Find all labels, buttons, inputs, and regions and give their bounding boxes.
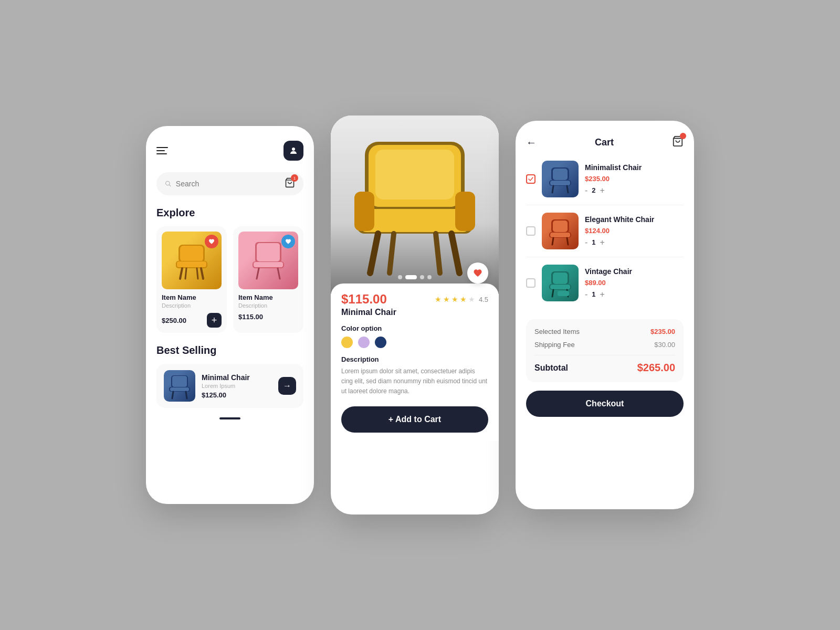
bs-desc: Lorem Ipsum <box>202 383 272 389</box>
product-name: Minimal Chair <box>341 308 396 317</box>
dot-2[interactable] <box>405 275 417 279</box>
image-dots <box>398 275 432 279</box>
qty-value-2: 1 <box>592 238 595 246</box>
bottom-indicator <box>219 417 240 419</box>
svg-line-46 <box>552 238 553 245</box>
shipping-label: Shipping Fee <box>534 341 575 349</box>
search-bar: 1 <box>156 172 303 195</box>
color-navy[interactable] <box>375 337 386 348</box>
svg-line-16 <box>257 268 259 279</box>
explore-card-2[interactable]: Item Name Description $115.00 <box>233 226 303 333</box>
view-detail-button[interactable]: → <box>278 377 296 395</box>
cart-item-info-2: Elegant White Chair $124.00 - 1 + <box>585 215 684 247</box>
like-button-1[interactable] <box>205 235 218 248</box>
selected-items-value: $235.00 <box>650 328 675 335</box>
svg-rect-28 <box>360 209 469 232</box>
checkbox-1[interactable] <box>526 174 536 184</box>
cart-button[interactable]: 1 <box>285 177 295 190</box>
search-icon <box>165 180 172 188</box>
cart-item-name-1: Minimalist Chair <box>585 163 684 172</box>
bestselling-item-1[interactable]: Minimal Chair Lorem Ipsum $125.00 → <box>156 364 303 408</box>
cart-item-info-1: Minimalist Chair $235.00 - 2 + <box>585 163 684 195</box>
selected-items-row: Selected Items $235.00 <box>534 328 675 335</box>
star-1: ★ <box>435 295 442 303</box>
rating-number: 4.5 <box>479 296 488 303</box>
checkbox-2[interactable] <box>526 226 536 236</box>
cart-item-name-3: Vintage Chair <box>585 267 684 276</box>
cart-item-2: Elegant White Chair $124.00 - 1 + <box>526 213 684 257</box>
color-yellow[interactable] <box>341 337 353 348</box>
qty-decrease-3[interactable]: - <box>585 290 587 299</box>
svg-line-17 <box>278 268 280 279</box>
svg-rect-15 <box>254 262 283 267</box>
svg-line-2 <box>169 185 171 186</box>
user-icon-button[interactable] <box>284 141 303 161</box>
qty-decrease-1[interactable]: - <box>585 186 587 195</box>
dot-1[interactable] <box>398 275 402 279</box>
explore-title: Explore <box>156 207 303 219</box>
phone-product-detail: $115.00 Minimal Chair ★ ★ ★ ★ ★ 4.5 Colo… <box>331 116 499 514</box>
explore-grid: Item Name Description $250.00 + <box>156 226 303 333</box>
like-button-2[interactable] <box>281 235 295 248</box>
cart-orange-chair <box>547 217 573 246</box>
svg-line-9 <box>201 268 203 279</box>
cart-icon-button[interactable] <box>672 135 684 149</box>
cart-item-qty-row-1: - 2 + <box>585 186 684 195</box>
subtotal-value: $265.00 <box>637 362 675 374</box>
wishlist-button[interactable] <box>467 262 488 284</box>
cart-item-name-2: Elegant White Chair <box>585 215 684 224</box>
home-header <box>156 141 303 161</box>
svg-rect-5 <box>180 246 203 261</box>
search-input[interactable] <box>176 180 280 188</box>
cart-item-price-2: $124.00 <box>585 227 684 235</box>
cart-items-list: Minimalist Chair $235.00 - 2 + <box>526 161 684 309</box>
explore-card-1[interactable]: Item Name Description $250.00 + <box>156 226 227 333</box>
selected-items-label: Selected Items <box>534 328 580 335</box>
cart-teal-chair <box>547 269 573 298</box>
card-name-1: Item Name <box>162 293 222 301</box>
cart-header: ← Cart <box>526 135 684 149</box>
svg-rect-19 <box>172 376 187 387</box>
qty-increase-2[interactable]: + <box>600 238 605 247</box>
qty-increase-1[interactable]: + <box>600 186 605 195</box>
description-label: Description <box>341 355 488 363</box>
qty-value-3: 1 <box>592 290 595 298</box>
dot-3[interactable] <box>420 275 424 279</box>
star-2: ★ <box>443 295 450 303</box>
dot-4[interactable] <box>427 275 432 279</box>
add-to-cart-button[interactable]: + Add to Cart <box>341 406 488 433</box>
svg-rect-51 <box>550 285 570 289</box>
cart-item-info-3: Vintage Chair $89.00 - 1 + <box>585 267 684 299</box>
menu-icon[interactable] <box>156 147 168 154</box>
svg-line-41 <box>567 186 568 193</box>
svg-line-22 <box>172 392 173 398</box>
svg-rect-54 <box>558 291 569 296</box>
cart-item-price-3: $89.00 <box>585 279 684 287</box>
svg-rect-21 <box>170 387 189 391</box>
svg-line-10 <box>185 268 186 279</box>
cart-item-image-3 <box>542 265 579 301</box>
shipping-row: Shipping Fee $30.00 <box>534 341 675 349</box>
star-4: ★ <box>460 295 467 303</box>
cart-badge: 1 <box>291 174 298 182</box>
card-desc-1: Description <box>162 302 222 309</box>
color-purple[interactable] <box>358 337 370 348</box>
phone-cart: ← Cart <box>516 121 694 509</box>
checkbox-3[interactable] <box>526 278 536 288</box>
star-3: ★ <box>452 295 458 303</box>
product-price: $115.00 <box>341 292 396 307</box>
checkout-button[interactable]: Checkout <box>526 391 684 417</box>
cart-title: Cart <box>595 137 614 148</box>
qty-decrease-2[interactable]: - <box>585 238 587 247</box>
svg-rect-30 <box>455 192 475 231</box>
check-icon-1 <box>528 176 534 182</box>
cart-item-image-1 <box>542 161 579 197</box>
heart-icon-2 <box>285 238 291 245</box>
heart-icon <box>208 238 215 245</box>
cart-item-qty-row-3: - 1 + <box>585 290 684 299</box>
back-button[interactable]: ← <box>526 136 537 149</box>
add-to-cart-button-1[interactable]: + <box>207 313 222 328</box>
svg-line-34 <box>436 234 440 273</box>
qty-increase-3[interactable]: + <box>600 290 605 299</box>
cart-item-image-2 <box>542 213 579 249</box>
